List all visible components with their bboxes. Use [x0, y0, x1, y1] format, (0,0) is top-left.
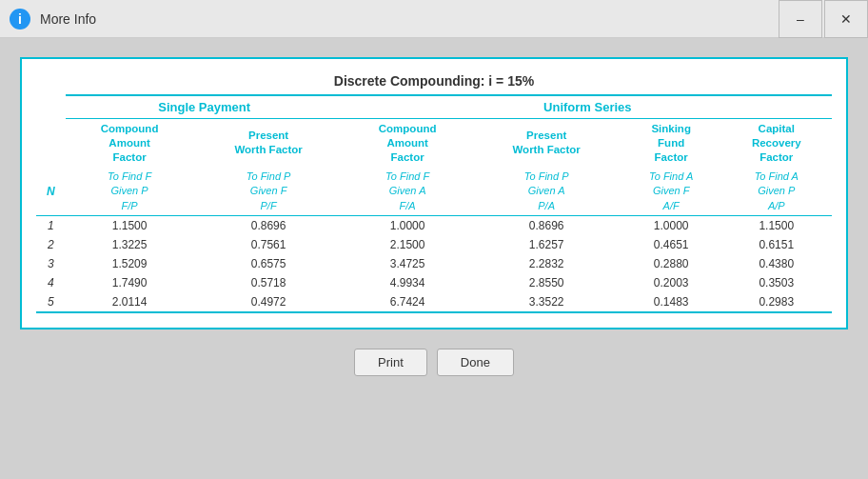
compound-amount-sp-header: Compound Amount Factor — [66, 119, 194, 168]
main-content: Discrete Compounding: i = 15% Single Pay… — [0, 38, 868, 395]
n-value: 5 — [36, 292, 66, 312]
pf-value: 0.8696 — [194, 215, 344, 235]
pf-value: 0.6575 — [194, 254, 344, 273]
fa-value: 4.9934 — [344, 273, 472, 292]
window-title: More Info — [40, 11, 858, 27]
n-col-header-empty — [36, 119, 66, 168]
fa-value: 6.7424 — [344, 292, 472, 312]
ap-value: 0.4380 — [721, 254, 832, 273]
sub-header-row: Compound Amount Factor Present Worth Fac… — [36, 119, 832, 168]
data-table: Discrete Compounding: i = 15% Single Pay… — [36, 73, 832, 313]
section-title-row: Discrete Compounding: i = 15% — [36, 73, 832, 95]
present-worth-sp-header: Present Worth Factor — [194, 119, 344, 168]
fa-value: 3.4725 — [344, 254, 472, 273]
af-value: 0.2003 — [621, 273, 721, 292]
fp-value: 1.7490 — [66, 273, 194, 292]
compound-amount-us-header: Compound Amount Factor — [344, 119, 472, 168]
pa-value: 1.6257 — [472, 235, 621, 254]
fa-value: 1.0000 — [344, 215, 472, 235]
group-header-row: Single Payment Uniform Series — [36, 95, 832, 119]
done-button[interactable]: Done — [437, 349, 514, 376]
pf-find: To Find P Given F P/F — [194, 168, 344, 216]
af-value: 0.4651 — [621, 235, 721, 254]
capital-recovery-header: Capital Recovery Factor — [721, 119, 832, 168]
table-row: 2 1.3225 0.7561 2.1500 1.6257 0.4651 0.6… — [36, 235, 832, 254]
find-given-row: N To Find F Given P F/P To Find P Given … — [36, 168, 832, 216]
window-controls: – ✕ — [779, 0, 868, 37]
fp-value: 1.3225 — [66, 235, 194, 254]
fa-value: 2.1500 — [344, 235, 472, 254]
af-value: 0.1483 — [621, 292, 721, 312]
ap-value: 0.6151 — [721, 235, 832, 254]
pa-find: To Find P Given A P/A — [472, 168, 621, 216]
fp-value: 1.5209 — [66, 254, 194, 273]
n-col-find: N — [36, 168, 66, 216]
pf-value: 0.7561 — [194, 235, 344, 254]
minimize-button[interactable]: – — [779, 0, 822, 38]
pa-value: 0.8696 — [472, 215, 621, 235]
print-button[interactable]: Print — [354, 349, 427, 376]
table-row: 4 1.7490 0.5718 4.9934 2.8550 0.2003 0.3… — [36, 273, 832, 292]
present-worth-us-header: Present Worth Factor — [472, 119, 621, 168]
button-row: Print Done — [354, 349, 514, 376]
af-value: 1.0000 — [621, 215, 721, 235]
ap-value: 1.1500 — [721, 215, 832, 235]
n-value: 2 — [36, 235, 66, 254]
uniform-series-header: Uniform Series — [344, 95, 832, 119]
n-value: 4 — [36, 273, 66, 292]
single-payment-header: Single Payment — [66, 95, 344, 119]
ap-value: 0.3503 — [721, 273, 832, 292]
n-value: 1 — [36, 215, 66, 235]
fp-value: 1.1500 — [66, 215, 194, 235]
table-row: 3 1.5209 0.6575 3.4725 2.2832 0.2880 0.4… — [36, 254, 832, 273]
info-icon: i — [10, 9, 30, 30]
af-value: 0.2880 — [621, 254, 721, 273]
af-find: To Find A Given F A/F — [621, 168, 721, 216]
table-container: Discrete Compounding: i = 15% Single Pay… — [20, 57, 848, 329]
pf-value: 0.4972 — [194, 292, 344, 312]
pa-value: 3.3522 — [472, 292, 621, 312]
table-row: 5 2.0114 0.4972 6.7424 3.3522 0.1483 0.2… — [36, 292, 832, 312]
title-bar: i More Info – ✕ — [0, 0, 868, 38]
ap-value: 0.2983 — [721, 292, 832, 312]
pa-value: 2.8550 — [472, 273, 621, 292]
fp-find: To Find F Given P F/P — [66, 168, 194, 216]
pa-value: 2.2832 — [472, 254, 621, 273]
section-title: Discrete Compounding: i = 15% — [36, 73, 832, 95]
n-value: 3 — [36, 254, 66, 273]
pf-value: 0.5718 — [194, 273, 344, 292]
fa-find: To Find F Given A F/A — [344, 168, 472, 216]
fp-value: 2.0114 — [66, 292, 194, 312]
sinking-fund-header: Sinking Fund Factor — [621, 119, 721, 168]
n-empty — [36, 95, 66, 119]
close-button[interactable]: ✕ — [824, 0, 868, 38]
ap-find: To Find A Given P A/P — [721, 168, 832, 216]
table-row: 1 1.1500 0.8696 1.0000 0.8696 1.0000 1.1… — [36, 215, 832, 235]
